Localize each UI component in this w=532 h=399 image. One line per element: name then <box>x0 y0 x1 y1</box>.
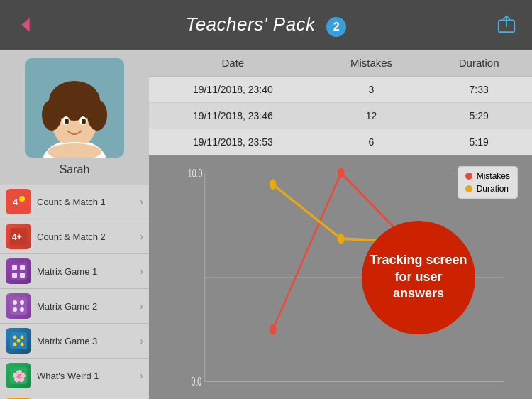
svg-point-20 <box>19 196 25 202</box>
cell-duration: 5:29 <box>426 103 532 129</box>
svg-text:10.0: 10.0 <box>188 167 203 180</box>
svg-rect-27 <box>20 273 25 278</box>
app-title: Teachers' Pack 2 <box>186 13 347 37</box>
duration-column-header: Duration <box>426 50 532 77</box>
sidebar-item-matrix-game-3[interactable]: Matrix Game 3 › <box>0 324 149 359</box>
table-row: 19/11/2018, 23:4037:33 <box>149 77 532 103</box>
matrix-game-1-icon <box>6 258 31 284</box>
right-content: Date Mistakes Duration 19/11/2018, 23:40… <box>149 50 532 399</box>
chevron-right-icon: › <box>140 196 143 207</box>
matrix-game-2-icon <box>6 293 31 319</box>
count-match-2-icon: 4+ <box>6 224 31 249</box>
matrix-game-3-icon <box>6 328 31 354</box>
svg-point-32 <box>20 307 24 312</box>
profile-name: Sarah <box>60 163 90 176</box>
svg-point-52 <box>270 324 277 335</box>
svg-rect-25 <box>20 265 25 270</box>
tracking-text: Tracking screen for user answers <box>369 252 468 302</box>
svg-text:🌸: 🌸 <box>12 369 26 383</box>
svg-point-14 <box>65 119 69 124</box>
cell-date: 19/11/2018, 23:40 <box>149 77 317 103</box>
tracking-overlay: Tracking screen for user answers <box>362 221 475 334</box>
app-badge: 2 <box>326 17 346 37</box>
svg-point-53 <box>338 168 345 178</box>
svg-text:0.0: 0.0 <box>192 376 202 388</box>
app-header: Teachers' Pack 2 <box>0 0 532 50</box>
sidebar-item-count-match-1[interactable]: 4 Count & Match 1 › <box>0 185 149 219</box>
svg-marker-0 <box>21 18 29 32</box>
svg-point-34 <box>13 336 17 339</box>
mistakes-legend-dot <box>465 173 472 180</box>
cell-mistakes: 3 <box>317 77 426 103</box>
results-table: Date Mistakes Duration 19/11/2018, 23:40… <box>149 50 532 155</box>
chevron-right-icon: › <box>140 335 143 346</box>
svg-point-30 <box>20 300 24 305</box>
count-match-1-icon: 4 <box>6 189 31 214</box>
svg-rect-24 <box>12 265 17 270</box>
main-content: Sarah 4 Count & Match 1 › 4+ <box>0 50 532 399</box>
count-match-1-label: Count & Match 1 <box>37 197 140 207</box>
matrix-game-1-label: Matrix Game 1 <box>37 266 140 277</box>
chart-legend: Mistakes Duration <box>458 166 518 199</box>
sidebar: Sarah 4 Count & Match 1 › 4+ <box>0 50 149 399</box>
svg-text:4: 4 <box>13 197 18 207</box>
cell-mistakes: 12 <box>317 103 426 129</box>
cell-date: 19/11/2018, 23:53 <box>149 129 317 155</box>
svg-point-11 <box>75 89 95 106</box>
avatar <box>25 58 124 158</box>
mistakes-legend-label: Mistakes <box>477 171 510 181</box>
legend-mistakes: Mistakes <box>465 171 510 181</box>
svg-point-29 <box>13 300 17 305</box>
table-row: 19/11/2018, 23:46125:29 <box>149 103 532 129</box>
chevron-right-icon: › <box>140 231 143 242</box>
svg-point-56 <box>338 234 345 244</box>
profile-section: Sarah <box>0 50 149 185</box>
sidebar-item-whats-weird-2[interactable]: 🌻 What's Weird 2 › <box>0 393 149 399</box>
sidebar-item-matrix-game-2[interactable]: Matrix Game 2 › <box>0 289 149 324</box>
svg-text:4+: 4+ <box>12 232 22 242</box>
share-button[interactable] <box>494 12 519 38</box>
svg-point-31 <box>13 307 17 312</box>
table-row: 19/11/2018, 23:5365:19 <box>149 129 532 155</box>
nav-list: 4 Count & Match 1 › 4+ Count & Match 2 › <box>0 185 149 399</box>
cell-mistakes: 6 <box>317 129 426 155</box>
chevron-right-icon: › <box>140 266 143 277</box>
date-column-header: Date <box>149 50 317 77</box>
svg-point-10 <box>54 89 74 106</box>
cell-duration: 5:19 <box>426 129 532 155</box>
legend-duration: Duration <box>465 184 510 194</box>
sidebar-item-matrix-game-1[interactable]: Matrix Game 1 › <box>0 254 149 289</box>
sidebar-item-whats-weird-1[interactable]: 🌸 What's Weird 1 › <box>0 359 149 393</box>
matrix-game-3-label: Matrix Game 3 <box>37 336 140 346</box>
svg-point-15 <box>82 119 86 124</box>
svg-point-55 <box>270 179 277 190</box>
mistakes-column-header: Mistakes <box>317 50 426 77</box>
data-table-area: Date Mistakes Duration 19/11/2018, 23:40… <box>149 50 532 155</box>
matrix-game-2-label: Matrix Game 2 <box>37 301 140 312</box>
svg-point-38 <box>17 339 21 343</box>
whats-weird-1-label: What's Weird 1 <box>37 371 140 381</box>
whats-weird-1-icon: 🌸 <box>6 363 31 388</box>
cell-date: 19/11/2018, 23:46 <box>149 103 317 129</box>
svg-point-37 <box>21 343 24 346</box>
count-match-2-label: Count & Match 2 <box>37 231 140 242</box>
cell-duration: 7:33 <box>426 77 532 103</box>
svg-rect-26 <box>12 273 17 278</box>
duration-legend-label: Duration <box>477 184 509 194</box>
svg-rect-28 <box>10 297 27 315</box>
chevron-right-icon: › <box>140 370 143 381</box>
duration-legend-dot <box>465 185 472 192</box>
svg-point-36 <box>13 343 17 346</box>
chevron-right-icon: › <box>140 300 143 312</box>
chart-area: 10.0 0.0 <box>149 155 532 399</box>
sidebar-item-count-match-2[interactable]: 4+ Count & Match 2 › <box>0 219 149 254</box>
back-button[interactable] <box>13 12 38 38</box>
svg-point-35 <box>21 336 24 339</box>
